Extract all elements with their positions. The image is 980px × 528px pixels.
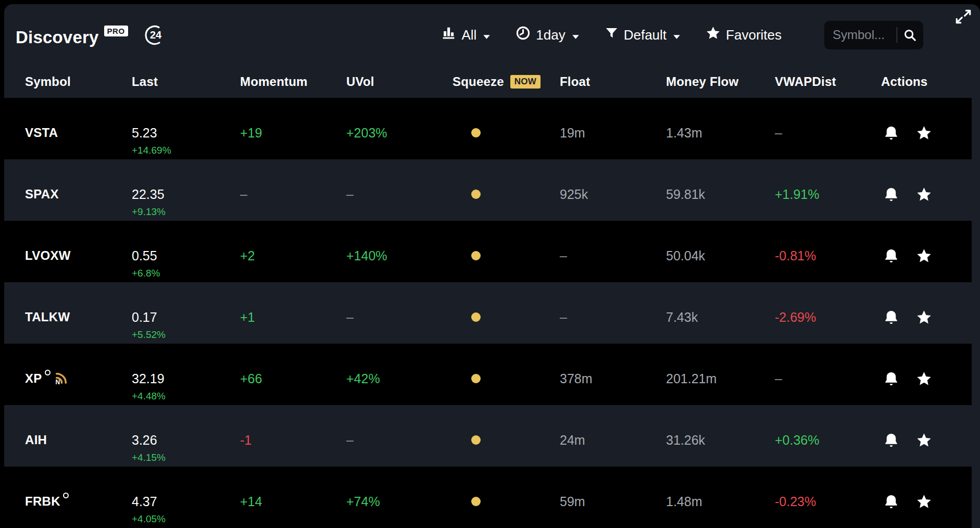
momentum-value: –: [240, 187, 247, 201]
symbol-search[interactable]: [824, 21, 923, 49]
column-header-last[interactable]: Last: [132, 74, 240, 89]
uvol-value: –: [346, 187, 354, 201]
change-percent: +6.8%: [132, 268, 160, 279]
momentum-value: -1: [240, 433, 252, 447]
filter-funnel-icon: [605, 26, 619, 44]
column-header-squeeze[interactable]: Squeeze NOW: [453, 74, 560, 89]
actions-cell: [881, 344, 972, 405]
symbol-cell: LVOXW: [25, 221, 132, 282]
brand: Discovery PRO 24: [16, 20, 166, 49]
momentum-value: +14: [240, 495, 262, 508]
change-percent: +9.13%: [132, 207, 166, 217]
change-percent: +4.48%: [132, 391, 166, 401]
alert-bell-icon[interactable]: [883, 186, 899, 203]
table-row[interactable]: XP N 32.19 +4.48% +66 +42%: [4, 344, 972, 405]
favorite-star-icon[interactable]: [916, 494, 932, 510]
float-value: –: [560, 249, 567, 262]
svg-text:N: N: [55, 379, 60, 385]
symbol-text: LVOXW: [25, 249, 71, 262]
last-cell: 5.23 +14.69%: [132, 98, 240, 159]
alert-bell-icon[interactable]: [883, 432, 899, 448]
favorite-star-icon[interactable]: [916, 432, 932, 448]
squeeze-indicator: [471, 497, 481, 506]
last-price: 5.23: [132, 126, 157, 140]
vwap-dist-value: +1.91%: [775, 187, 820, 201]
table-row[interactable]: FRBK 4.37 +4.05% +14 +74% 59m 1.48m -0.2…: [4, 467, 972, 528]
last-cell: 0.55 +6.8%: [132, 221, 240, 282]
table-row[interactable]: TALKW 0.17 +5.52% +1 – – 7.43k -2.69%: [4, 282, 972, 344]
change-percent: +14.69%: [132, 145, 171, 156]
change-percent: +4.15%: [132, 452, 166, 463]
toolbar: All 1day Def: [441, 21, 923, 49]
money-flow-value: 59.81k: [666, 187, 705, 201]
vwap-dist-value: -2.69%: [775, 310, 816, 324]
change-percent: +4.05%: [132, 514, 166, 524]
column-header-actions: Actions: [881, 74, 972, 89]
alert-bell-icon[interactable]: [883, 371, 899, 387]
last-price: 4.37: [132, 495, 157, 508]
column-header-uvol[interactable]: UVol: [346, 74, 453, 89]
symbol-search-input[interactable]: [833, 28, 894, 42]
uvol-value: +203%: [346, 126, 387, 140]
symbol-cell: VSTA: [25, 98, 132, 159]
last-price: 3.26: [132, 433, 157, 447]
favorite-star-icon[interactable]: [916, 125, 932, 141]
alert-bell-icon[interactable]: [883, 309, 899, 325]
money-flow-value: 31.26k: [666, 433, 705, 447]
table-row[interactable]: SPAX 22.35 +9.13% – – 925k 59.81k +1.91%: [4, 159, 972, 221]
search-divider: [897, 27, 897, 43]
expand-icon[interactable]: [954, 7, 973, 28]
clock-icon: [516, 26, 531, 44]
squeeze-indicator: [471, 190, 481, 199]
money-flow-value: 201.21m: [666, 372, 717, 385]
last-price: 32.19: [132, 372, 165, 385]
money-flow-value: 7.43k: [666, 310, 698, 324]
timeframe-dropdown[interactable]: 1day: [516, 26, 579, 44]
float-value: –: [560, 310, 567, 324]
actions-cell: [881, 405, 972, 467]
last-cell: 0.17 +5.52%: [132, 282, 240, 344]
squeeze-indicator: [471, 128, 481, 137]
ring-indicator-icon: [45, 370, 51, 375]
column-header-money-flow[interactable]: Money Flow: [666, 74, 775, 89]
column-header-float[interactable]: Float: [560, 74, 666, 89]
squeeze-indicator: [471, 312, 481, 322]
favorites-button[interactable]: Favorites: [706, 26, 782, 44]
column-header-momentum[interactable]: Momentum: [240, 74, 346, 89]
float-value: 59m: [560, 495, 585, 508]
favorite-star-icon[interactable]: [916, 371, 932, 387]
alert-bell-icon[interactable]: [883, 248, 899, 264]
vwap-dist-value: -0.81%: [775, 249, 816, 262]
favorite-star-icon[interactable]: [916, 186, 932, 203]
squeeze-indicator: [471, 435, 481, 445]
squeeze-header-label: Squeeze: [453, 74, 504, 89]
news-icon[interactable]: N: [54, 371, 68, 387]
market-filter-dropdown[interactable]: All: [441, 26, 491, 44]
page-title: Discovery: [16, 28, 99, 47]
timeframe-label: 1day: [536, 27, 565, 43]
float-value: 378m: [560, 372, 593, 385]
favorite-star-icon[interactable]: [916, 309, 932, 325]
table-row[interactable]: LVOXW 0.55 +6.8% +2 +140% – 50.04k -0.81…: [4, 221, 972, 282]
table-row[interactable]: VSTA 5.23 +14.69% +19 +203% 19m 1.43m –: [4, 98, 972, 159]
column-header-symbol[interactable]: Symbol: [25, 74, 132, 89]
column-header-vwapdist[interactable]: VWAPDist: [775, 74, 881, 89]
24-hours-icon: 24: [142, 23, 166, 49]
symbol-text: AIH: [25, 433, 47, 447]
favorite-star-icon[interactable]: [916, 248, 932, 264]
table-row[interactable]: AIH 3.26 +4.15% -1 – 24m 31.26k +0.36%: [4, 405, 972, 467]
symbol-text: FRBK: [25, 495, 60, 508]
alert-bell-icon[interactable]: [883, 125, 899, 141]
momentum-value: +19: [240, 126, 262, 140]
alert-bell-icon[interactable]: [883, 494, 899, 510]
view-filter-dropdown[interactable]: Default: [605, 26, 681, 44]
search-icon[interactable]: [903, 28, 917, 42]
money-flow-value: 1.48m: [666, 495, 702, 508]
uvol-value: +42%: [346, 372, 380, 385]
symbol-cell: AIH: [25, 405, 132, 467]
ring-indicator-icon: [63, 493, 69, 498]
vwap-dist-value: +0.36%: [775, 433, 820, 447]
bar-chart-icon: [441, 26, 456, 44]
last-price: 0.55: [132, 249, 157, 262]
uvol-value: +74%: [346, 495, 380, 508]
